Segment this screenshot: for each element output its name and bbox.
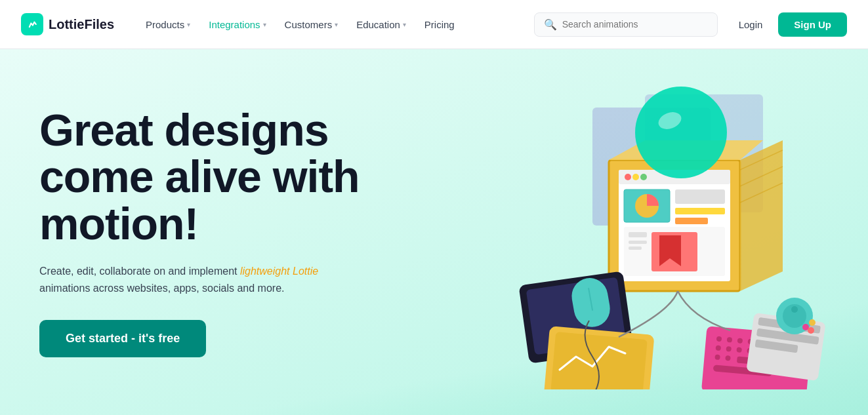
svg-rect-18 xyxy=(629,232,647,237)
svg-point-6 xyxy=(625,174,631,180)
svg-rect-19 xyxy=(629,241,647,244)
hero-content: Great designs come alive with motion! Cr… xyxy=(39,107,360,357)
hero-section: Great designs come alive with motion! Cr… xyxy=(0,49,868,415)
cta-button[interactable]: Get started - it's free xyxy=(39,320,206,357)
svg-rect-14 xyxy=(675,218,708,224)
nav-item-customers[interactable]: Customers ▾ xyxy=(277,14,346,35)
nav-item-products[interactable]: Products ▾ xyxy=(138,14,198,35)
hero-illustration xyxy=(487,75,829,389)
logo-text: LottieFiles xyxy=(49,17,114,32)
nav-links: Products ▾ Integrations ▾ Customers ▾ Ed… xyxy=(138,14,534,35)
svg-marker-21 xyxy=(740,140,783,291)
logo[interactable]: LottieFiles xyxy=(21,13,114,35)
svg-point-26 xyxy=(635,87,727,178)
logo-icon xyxy=(21,13,43,35)
nav-item-integrations[interactable]: Integrations ▾ xyxy=(201,14,274,35)
svg-point-57 xyxy=(809,319,816,326)
svg-point-8 xyxy=(640,174,647,180)
search-icon: 🔍 xyxy=(544,18,557,31)
search-bar: 🔍 xyxy=(534,12,718,37)
navbar: LottieFiles Products ▾ Integrations ▾ Cu… xyxy=(0,0,868,49)
search-input[interactable] xyxy=(562,19,708,30)
svg-point-7 xyxy=(632,174,639,180)
hero-title: Great designs come alive with motion! xyxy=(39,107,360,247)
login-button[interactable]: Login xyxy=(731,14,771,35)
hero-subtitle: Create, edit, collaborate on and impleme… xyxy=(39,263,354,296)
chevron-down-icon: ▾ xyxy=(335,21,338,28)
svg-rect-20 xyxy=(629,247,642,250)
chevron-down-icon: ▾ xyxy=(263,21,266,28)
svg-point-55 xyxy=(791,306,798,313)
chevron-down-icon: ▾ xyxy=(403,21,406,28)
svg-rect-12 xyxy=(675,189,725,204)
svg-point-58 xyxy=(808,327,814,334)
nav-auth: Login Sign Up xyxy=(731,12,847,37)
chevron-down-icon: ▾ xyxy=(187,21,190,28)
nav-item-pricing[interactable]: Pricing xyxy=(417,14,463,35)
nav-item-education[interactable]: Education ▾ xyxy=(348,14,414,35)
signup-button[interactable]: Sign Up xyxy=(778,12,847,37)
svg-rect-13 xyxy=(675,208,725,214)
